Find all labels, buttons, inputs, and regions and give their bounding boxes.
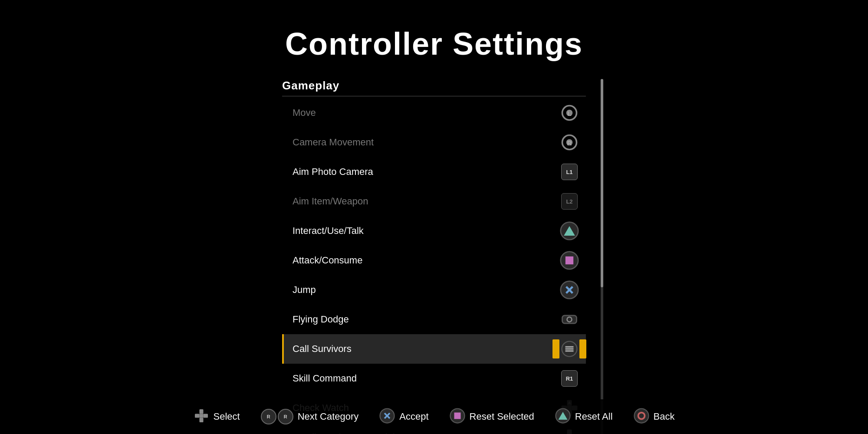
bottom-action-accept[interactable]: Accept <box>379 408 428 425</box>
svg-point-49 <box>634 409 648 423</box>
binding-icon-interact-use-talk <box>560 221 579 240</box>
binding-icon-flying-dodge <box>560 310 579 329</box>
binding-icon-call-survivors <box>560 339 579 358</box>
binding-row-move[interactable]: MoveL <box>282 98 586 128</box>
bottom-action-reset-all[interactable]: Reset All <box>555 408 613 425</box>
action-label-jump: Jump <box>293 284 316 296</box>
binding-row-jump[interactable]: Jump <box>282 275 586 305</box>
binding-row-camera-movement[interactable]: Camera MovementR <box>282 128 586 157</box>
action-label-flying-dodge: Flying Dodge <box>293 314 349 325</box>
page-title: Controller Settings <box>0 0 868 79</box>
binding-row-skill-command[interactable]: Skill CommandR1 <box>282 364 586 393</box>
binding-list: MoveLCamera MovementRAim Photo CameraL1A… <box>282 98 586 434</box>
bottom-action-icon-reset-all <box>555 408 571 425</box>
svg-rect-41 <box>199 414 203 418</box>
binding-row-attack-consume[interactable]: Attack/Consume <box>282 246 586 275</box>
binding-row-aim-item-weapon[interactable]: Aim Item/WeaponL2 <box>282 187 586 216</box>
svg-rect-39 <box>195 414 200 418</box>
page-container: Controller Settings Gameplay MoveLCamera… <box>0 0 868 434</box>
binding-icon-aim-item-weapon: L2 <box>560 192 579 211</box>
scroll-bar[interactable] <box>601 79 603 434</box>
action-label-interact-use-talk: Interact/Use/Talk <box>293 225 364 237</box>
section-header: Gameplay <box>282 79 586 96</box>
binding-icon-jump <box>560 280 579 299</box>
bottom-action-label-accept: Accept <box>399 411 428 422</box>
bottom-action-label-back: Back <box>654 411 675 422</box>
binding-icon-camera-movement: R <box>560 133 579 152</box>
svg-rect-46 <box>454 413 460 419</box>
bottom-action-label-next-category: Next Category <box>298 411 359 422</box>
scroll-thumb <box>601 79 603 287</box>
binding-row-flying-dodge[interactable]: Flying Dodge <box>282 305 586 334</box>
bottom-action-label-select: Select <box>214 411 240 422</box>
action-label-call-survivors: Call Survivors <box>293 343 352 355</box>
svg-rect-9 <box>566 256 573 264</box>
bottom-action-label-reset-all: Reset All <box>575 411 613 422</box>
bottom-action-select[interactable]: Select <box>194 408 240 425</box>
binding-row-interact-use-talk[interactable]: Interact/Use/Talk <box>282 216 586 246</box>
bottom-action-icon-accept <box>379 408 395 425</box>
action-label-move: Move <box>293 107 316 118</box>
bottom-action-icon-reset-selected <box>450 408 465 425</box>
selected-binding-indicator <box>552 339 586 358</box>
bottom-action-next-category[interactable]: RRNext Category <box>261 409 359 424</box>
action-label-aim-item-weapon: Aim Item/Weapon <box>293 196 368 207</box>
svg-text:R: R <box>567 140 572 147</box>
binding-row-call-survivors[interactable]: Call Survivors <box>282 334 586 364</box>
action-label-skill-command: Skill Command <box>293 373 357 384</box>
bottom-action-icon-next-category: RR <box>261 409 293 424</box>
svg-text:L: L <box>568 110 572 117</box>
svg-rect-40 <box>203 414 208 418</box>
gold-bar-left <box>552 339 559 358</box>
bottom-action-label-reset-selected: Reset Selected <box>470 411 534 422</box>
action-label-aim-photo-camera: Aim Photo Camera <box>293 166 373 178</box>
svg-rect-38 <box>199 418 203 423</box>
bottom-action-back[interactable]: Back <box>634 408 675 425</box>
bottom-bar: SelectRRNext CategoryAcceptReset Selecte… <box>0 399 868 434</box>
action-label-camera-movement: Camera Movement <box>293 137 374 148</box>
svg-rect-37 <box>199 409 203 414</box>
bottom-action-icon-back <box>634 408 649 425</box>
bottom-action-reset-selected[interactable]: Reset Selected <box>450 408 534 425</box>
settings-panel: Gameplay MoveLCamera MovementRAim Photo … <box>282 79 586 434</box>
action-label-attack-consume: Attack/Consume <box>293 255 362 266</box>
main-content: Gameplay MoveLCamera MovementRAim Photo … <box>0 79 868 434</box>
binding-icon-aim-photo-camera: L1 <box>560 162 579 181</box>
binding-icon-attack-consume <box>560 251 579 270</box>
binding-icon-skill-command: R1 <box>560 369 579 388</box>
bottom-action-icon-select <box>194 408 209 425</box>
binding-row-aim-photo-camera[interactable]: Aim Photo CameraL1 <box>282 157 586 187</box>
binding-icon-move: L <box>560 103 579 122</box>
gold-bar-right <box>579 339 586 358</box>
